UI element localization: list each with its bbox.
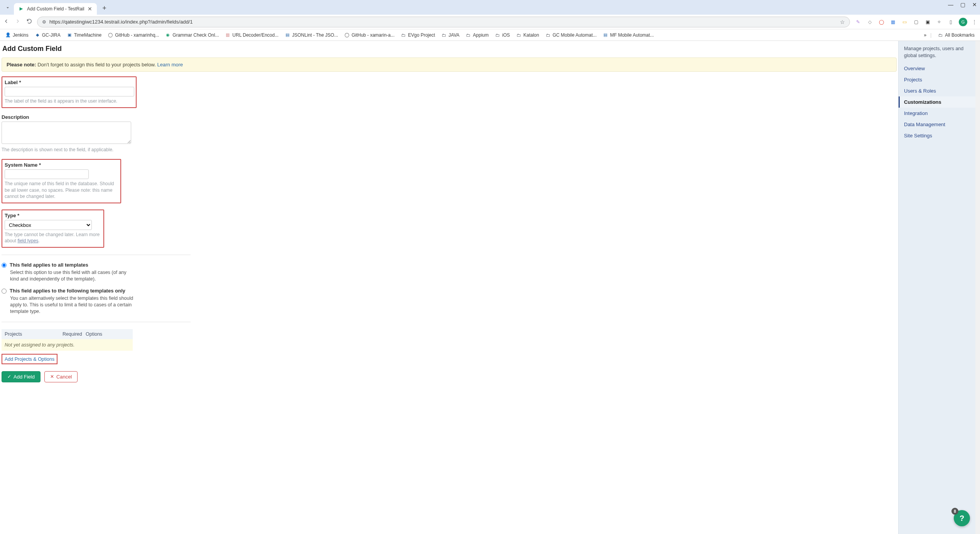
- bookmark-item[interactable]: ◯GitHub - xamarin-a...: [342, 31, 397, 39]
- browser-tab[interactable]: Add Custom Field - TestRail ✕: [14, 3, 97, 15]
- projects-empty-row: Not yet assigned to any projects.: [2, 339, 133, 351]
- ext-icon[interactable]: ◯: [878, 19, 885, 25]
- add-projects-highlight: Add Projects & Options: [2, 354, 57, 364]
- radio-all-templates-desc: Select this option to use this field wit…: [10, 269, 133, 282]
- sidebar-item-users-roles[interactable]: Users & Roles: [899, 85, 975, 96]
- type-select[interactable]: Checkbox: [5, 220, 92, 230]
- radio-all-templates[interactable]: [2, 263, 7, 268]
- type-field-label: Type *: [5, 213, 101, 218]
- window-maximize-icon[interactable]: ▢: [960, 2, 965, 8]
- system-name-hint: The unique name of this field in the dat…: [5, 181, 118, 199]
- ext-icon[interactable]: ▣: [924, 19, 931, 25]
- sidebar-note: Manage projects, users and global settin…: [899, 44, 975, 63]
- profile-avatar[interactable]: G: [959, 18, 967, 26]
- description-hint: The description is shown next to the fie…: [2, 147, 191, 153]
- window-controls: ― ▢ ✕: [948, 2, 977, 8]
- label-input[interactable]: [5, 87, 134, 96]
- url-bar[interactable]: ⚙ https://qatestingiwc1234.testrail.io/i…: [37, 17, 850, 27]
- nav-forward-icon[interactable]: [15, 18, 21, 25]
- bookmark-item[interactable]: 🗀GC Mobile Automat...: [543, 31, 599, 39]
- site-icon: ▣: [67, 32, 72, 38]
- bookmark-item[interactable]: ◉Grammar Check Onl...: [163, 31, 221, 39]
- window-minimize-icon[interactable]: ―: [948, 2, 953, 8]
- bookmark-item[interactable]: 🗀Katalon: [514, 31, 541, 39]
- folder-icon: 🗀: [938, 32, 943, 38]
- vertical-scrollbar[interactable]: [975, 41, 980, 534]
- help-fab-button[interactable]: ? 8: [954, 510, 970, 526]
- jsonlint-icon: ▤: [285, 32, 290, 38]
- all-bookmarks-button[interactable]: 🗀All Bookmarks: [935, 31, 977, 39]
- nav-reload-icon[interactable]: [26, 18, 32, 25]
- col-projects: Projects: [5, 331, 63, 337]
- page-title: Add Custom Field: [2, 45, 897, 53]
- extensions-icon[interactable]: ✧: [936, 19, 943, 25]
- testrail-favicon-icon: [19, 6, 24, 12]
- sidebar-item-overview[interactable]: Overview: [899, 63, 975, 74]
- system-name-field-label: System Name *: [5, 162, 118, 168]
- bookmark-item[interactable]: 🗀Appium: [463, 31, 491, 39]
- main-content: Add Custom Field Please note: Don't forg…: [0, 41, 898, 534]
- window-close-icon[interactable]: ✕: [972, 2, 977, 8]
- label-hint: The label of the field as it appears in …: [5, 98, 133, 104]
- tab-close-icon[interactable]: ✕: [88, 6, 92, 12]
- admin-sidebar: Manage projects, users and global settin…: [898, 41, 975, 534]
- bookmark-item[interactable]: 🗀EVgo Project: [399, 31, 438, 39]
- field-types-link[interactable]: field types: [17, 238, 38, 243]
- bookmarks-overflow-icon[interactable]: »: [922, 32, 929, 38]
- tab-title: Add Custom Field - TestRail: [27, 6, 84, 12]
- close-icon: ✕: [50, 374, 54, 379]
- ext-icon[interactable]: ◇: [866, 19, 873, 25]
- folder-icon: 🗀: [516, 32, 521, 38]
- notice-learn-more-link[interactable]: Learn more: [157, 62, 183, 68]
- nav-back-icon[interactable]: [3, 18, 9, 25]
- radio-selected-templates[interactable]: [2, 289, 7, 294]
- site-settings-icon[interactable]: ⚙: [42, 19, 46, 25]
- sidebar-item-data-management[interactable]: Data Management: [899, 119, 975, 130]
- site-icon: ▥: [225, 32, 230, 38]
- bookmark-star-icon[interactable]: ☆: [840, 19, 845, 25]
- help-fab-badge: 8: [951, 508, 958, 515]
- sidebar-item-customizations[interactable]: Customizations: [899, 96, 975, 108]
- ext-icon[interactable]: ▢: [912, 19, 919, 25]
- github-icon: ◯: [344, 32, 350, 38]
- folder-icon: 🗀: [545, 32, 551, 38]
- check-icon: ✓: [7, 374, 11, 379]
- bookmark-item[interactable]: ◯GitHub - xamarinhq...: [105, 31, 161, 39]
- notice-text: Don't forget to assign this field to you…: [36, 62, 157, 68]
- add-projects-options-link[interactable]: Add Projects & Options: [5, 357, 54, 362]
- bookmark-item[interactable]: ▤MF Mobile Automat...: [600, 31, 656, 39]
- url-text: https://qatestingiwc1234.testrail.io/ind…: [49, 19, 837, 25]
- tab-search-icon[interactable]: [3, 3, 12, 12]
- ext-icon[interactable]: ▭: [901, 19, 908, 25]
- jenkins-icon: 👤: [5, 32, 11, 38]
- add-field-button[interactable]: ✓Add Field: [2, 371, 41, 382]
- notice-bold: Please note:: [7, 62, 36, 68]
- bookmark-item[interactable]: 🗀iOS: [492, 31, 512, 39]
- bookmarks-bar: 👤Jenkins ◆GC-JIRA ▣TimeMachine ◯GitHub -…: [0, 29, 980, 41]
- nav-bar: ⚙ https://qatestingiwc1234.testrail.io/i…: [0, 15, 980, 29]
- system-name-input[interactable]: [5, 169, 89, 179]
- sidebar-item-integration[interactable]: Integration: [899, 108, 975, 119]
- type-hint: The type cannot be changed later. Learn …: [5, 232, 101, 244]
- ext-icon[interactable]: ▦: [889, 19, 896, 25]
- bookmark-item[interactable]: ▣TimeMachine: [64, 31, 104, 39]
- sidebar-item-projects[interactable]: Projects: [899, 74, 975, 85]
- cancel-button[interactable]: ✕Cancel: [44, 371, 78, 382]
- bookmark-item[interactable]: 👤Jenkins: [3, 31, 31, 39]
- sidebar-item-site-settings[interactable]: Site Settings: [899, 130, 975, 141]
- side-panel-icon[interactable]: ▯: [947, 19, 954, 25]
- tab-bar: Add Custom Field - TestRail ✕ + ― ▢ ✕: [0, 0, 980, 15]
- radio-selected-templates-desc: You can alternatively select the templat…: [10, 295, 133, 315]
- bookmark-item[interactable]: ◆GC-JIRA: [32, 31, 63, 39]
- chrome-menu-icon[interactable]: ⋮: [972, 19, 977, 25]
- ext-icon[interactable]: ✎: [855, 19, 862, 25]
- radio-selected-templates-label: This field applies to the following temp…: [10, 288, 125, 294]
- notice-banner: Please note: Don't forget to assign this…: [2, 57, 897, 72]
- description-input[interactable]: [2, 122, 131, 144]
- bookmark-item[interactable]: ▤JSONLint - The JSO...: [282, 31, 340, 39]
- new-tab-button[interactable]: +: [99, 3, 110, 14]
- bookmark-item[interactable]: ▥URL Decoder/Encod...: [223, 31, 281, 39]
- folder-icon: 🗀: [466, 32, 471, 38]
- bookmark-item[interactable]: 🗀JAVA: [439, 31, 462, 39]
- svg-marker-0: [20, 7, 23, 11]
